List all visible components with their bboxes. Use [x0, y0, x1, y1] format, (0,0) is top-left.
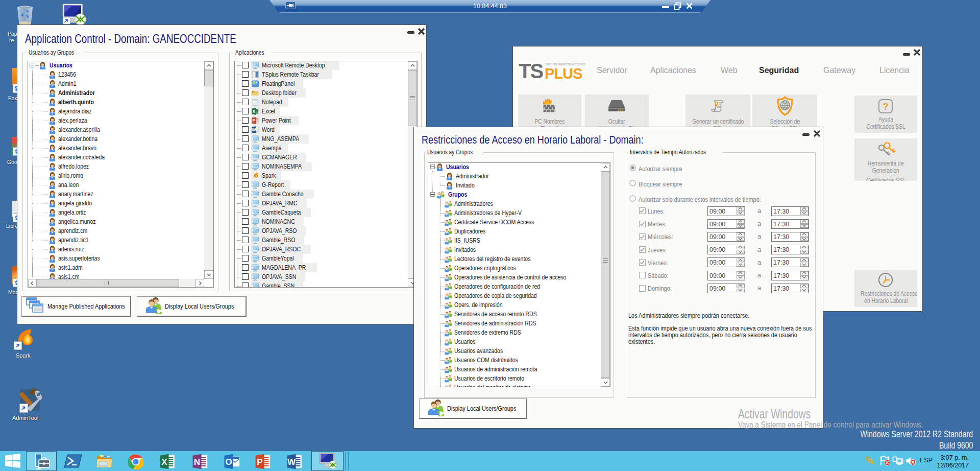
svg-text:O: O	[225, 457, 232, 467]
svg-text:X: X	[161, 457, 167, 467]
svg-text:W: W	[252, 127, 256, 132]
svg-text:W: W	[287, 457, 296, 467]
svg-text:X: X	[253, 109, 256, 114]
svg-text:N: N	[194, 457, 200, 467]
svg-text:P: P	[257, 457, 262, 467]
svg-text:P: P	[253, 118, 256, 123]
svg-text:?: ?	[883, 101, 889, 112]
